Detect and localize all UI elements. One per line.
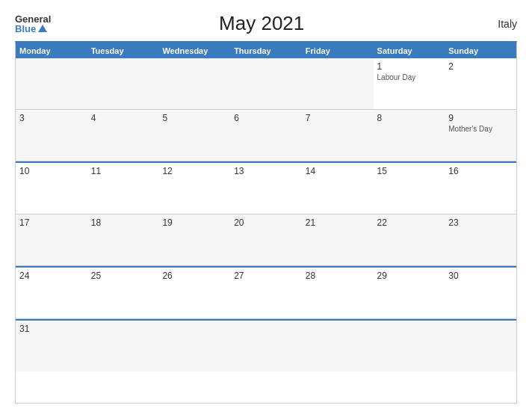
cell-day-number: 13 <box>234 166 298 176</box>
header: General Blue May 2021 Italy <box>15 12 517 35</box>
cell-day-number: 28 <box>306 271 370 281</box>
header-day-tuesday: Tuesday <box>87 43 159 58</box>
cell-day-number: 31 <box>19 324 84 334</box>
calendar-cell: 13 <box>230 163 302 214</box>
logo: General Blue <box>15 14 51 34</box>
cell-day-number: 4 <box>91 113 155 123</box>
country-label: Italy <box>472 18 517 30</box>
cell-day-number: 18 <box>91 217 155 228</box>
cell-day-number: 22 <box>377 217 442 228</box>
cell-day-number: 19 <box>162 217 226 228</box>
header-day-sunday: Sunday <box>445 43 516 58</box>
cell-day-number: 12 <box>162 166 226 176</box>
cell-day-number: 2 <box>448 61 513 72</box>
calendar-cell: 24 <box>16 268 87 318</box>
cell-day-number: 3 <box>19 113 84 123</box>
calendar-row-0: 1Labour Day2 <box>16 58 516 110</box>
calendar-cell: 18 <box>87 214 159 265</box>
calendar-cell <box>230 321 302 371</box>
cell-day-number: 6 <box>234 113 298 123</box>
cell-day-number: 7 <box>306 113 370 123</box>
calendar-cell <box>87 58 159 109</box>
cell-day-number: 21 <box>306 217 370 228</box>
logo-general-text: General <box>15 14 51 24</box>
page: General Blue May 2021 Italy MondayTuesda… <box>0 0 532 411</box>
calendar-cell: 20 <box>230 214 302 265</box>
cell-day-number: 15 <box>377 166 442 176</box>
calendar-cell <box>302 58 374 109</box>
calendar-row-4: 24252627282930 <box>16 266 516 319</box>
calendar-cell <box>87 321 159 371</box>
cell-day-number: 17 <box>19 217 84 228</box>
calendar-cell: 5 <box>158 110 230 161</box>
calendar-row-2: 10111213141516 <box>16 161 516 214</box>
header-day-friday: Friday <box>302 43 374 58</box>
calendar-cell: 14 <box>302 163 374 214</box>
calendar-cell: 8 <box>374 110 445 161</box>
cell-day-number: 9 <box>448 113 513 123</box>
cell-day-number: 11 <box>91 166 155 176</box>
header-day-wednesday: Wednesday <box>158 43 230 58</box>
calendar-cell <box>230 58 302 109</box>
calendar-cell: 26 <box>158 268 230 318</box>
calendar-row-5: 31 <box>16 319 516 371</box>
cell-day-number: 14 <box>306 166 370 176</box>
calendar-cell: 25 <box>87 268 159 318</box>
header-day-saturday: Saturday <box>374 43 445 58</box>
calendar-cell <box>158 321 230 371</box>
calendar-cell: 23 <box>445 214 516 265</box>
calendar-cell: 21 <box>302 214 374 265</box>
calendar-cell: 11 <box>87 163 159 214</box>
calendar-row-3: 17181920212223 <box>16 214 516 266</box>
calendar-cell: 9Mother's Day <box>445 110 516 161</box>
logo-blue-word: Blue <box>15 24 36 34</box>
calendar-cell: 19 <box>158 214 230 265</box>
cell-day-number: 23 <box>448 217 513 228</box>
calendar-cell: 2 <box>445 58 516 109</box>
calendar-cell: 29 <box>374 268 445 318</box>
cell-holiday-label: Mother's Day <box>448 125 513 133</box>
logo-triangle-icon <box>38 25 47 32</box>
calendar: MondayTuesdayWednesdayThursdayFridaySatu… <box>15 41 517 404</box>
calendar-cell: 7 <box>302 110 374 161</box>
calendar-cell: 30 <box>445 268 516 318</box>
calendar-header: MondayTuesdayWednesdayThursdayFridaySatu… <box>16 43 516 58</box>
cell-day-number: 8 <box>377 113 442 123</box>
calendar-cell <box>445 321 516 371</box>
calendar-cell: 3 <box>16 110 87 161</box>
calendar-cell: 17 <box>16 214 87 265</box>
header-day-thursday: Thursday <box>230 43 302 58</box>
logo-blue-text: Blue <box>15 24 47 34</box>
calendar-cell: 1Labour Day <box>374 58 445 109</box>
calendar-cell: 28 <box>302 268 374 318</box>
cell-day-number: 26 <box>162 271 226 281</box>
cell-day-number: 20 <box>234 217 298 228</box>
calendar-cell <box>374 321 445 371</box>
calendar-cell: 15 <box>374 163 445 214</box>
cell-day-number: 29 <box>377 271 442 281</box>
calendar-cell <box>302 321 374 371</box>
calendar-cell: 12 <box>158 163 230 214</box>
calendar-cell <box>158 58 230 109</box>
calendar-cell: 22 <box>374 214 445 265</box>
cell-day-number: 30 <box>448 271 513 281</box>
cell-day-number: 10 <box>19 166 84 176</box>
calendar-cell: 4 <box>87 110 159 161</box>
cell-holiday-label: Labour Day <box>377 73 442 81</box>
cell-day-number: 25 <box>91 271 155 281</box>
header-day-monday: Monday <box>16 43 87 58</box>
calendar-cell: 27 <box>230 268 302 318</box>
calendar-body: 1Labour Day23456789Mother's Day101112131… <box>16 58 516 371</box>
cell-day-number: 27 <box>234 271 298 281</box>
cell-day-number: 5 <box>162 113 226 123</box>
calendar-title: May 2021 <box>51 12 472 35</box>
calendar-cell: 16 <box>445 163 516 214</box>
calendar-cell: 31 <box>16 321 87 371</box>
calendar-cell <box>16 58 87 109</box>
cell-day-number: 1 <box>377 61 442 72</box>
calendar-cell: 6 <box>230 110 302 161</box>
cell-day-number: 24 <box>19 271 84 281</box>
calendar-row-1: 3456789Mother's Day <box>16 110 516 161</box>
calendar-cell: 10 <box>16 163 87 214</box>
cell-day-number: 16 <box>448 166 513 176</box>
